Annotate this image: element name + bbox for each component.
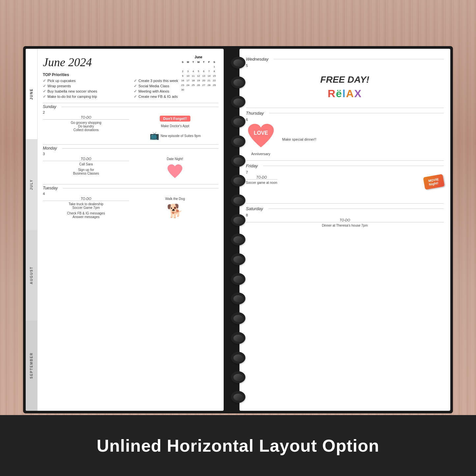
monday-body: TO-DO Call Sara Sign up for Business Cla… xyxy=(43,157,218,180)
sunday-todo-3: Collect donations xyxy=(43,128,129,132)
priority-text-7: Make to-do list for camping trip xyxy=(47,95,97,98)
sunday-note-2: New episode of Suites 9pm xyxy=(161,134,201,138)
saturday-todo: TO-DO Dinner at Theresa's house 7pm xyxy=(246,218,444,227)
free-day-box: FREE DAY! RёlAX xyxy=(246,69,444,105)
bottom-label-bar: Unlined Horizontal Layout Option xyxy=(0,415,476,476)
tuesday-header: Tuesday xyxy=(43,184,218,190)
monday-todo-label: TO-DO xyxy=(43,157,129,161)
check-icon-2: ✓ xyxy=(134,78,137,83)
tab-september[interactable]: SEPTEMBER xyxy=(26,320,37,411)
sunday-notes: Don't Forget!! Make Doctor's Appt 📺 New … xyxy=(132,116,218,140)
relax-l: l xyxy=(343,88,346,99)
saturday-header: Saturday xyxy=(246,206,444,211)
monday-todo-3: Business Classes xyxy=(43,172,129,175)
friday-todo-label: TO-DO xyxy=(246,176,277,180)
spiral-loop-1 xyxy=(231,57,245,69)
spiral-loop-3 xyxy=(231,96,245,108)
spiral-loop-13 xyxy=(231,293,245,304)
check-icon-8: ✓ xyxy=(134,94,137,99)
thursday-header: Thursday xyxy=(246,111,444,116)
notebook: JUNE JULY AUGUST SEPTEMBER June 2024 Jun… xyxy=(23,46,453,413)
wednesday-header: Wednesday xyxy=(246,57,444,62)
right-page: Wednesday 5 FREE DAY! RёlAX Thursday 6 xyxy=(239,49,451,411)
left-page: JUNE JULY AUGUST SEPTEMBER June 2024 Jun… xyxy=(26,49,224,411)
tab-august[interactable]: AUGUST xyxy=(26,230,37,321)
friday-notes: MOVIENight! xyxy=(424,176,444,188)
love-container: LOVE Anniversary xyxy=(246,123,276,156)
spiral-loop-16 xyxy=(231,352,245,364)
thursday-divider xyxy=(269,113,444,113)
spiral-binding xyxy=(230,46,246,413)
monday-header: Monday xyxy=(43,145,218,151)
friday-header: Friday xyxy=(246,163,444,168)
svg-text:LOVE: LOVE xyxy=(254,130,268,136)
friday-todo: TO-DO Soccer game at noon xyxy=(246,176,277,184)
priority-7: ✓ Make to-do list for camping trip xyxy=(43,94,127,99)
relax-r: R xyxy=(328,88,336,99)
tuesday-note-1: Walk the Dog xyxy=(165,197,185,201)
priority-text-5: Buy Isabella new soccer shoes xyxy=(47,89,97,93)
monday-notes: Date Night! xyxy=(132,157,218,180)
monday-todo-2: Sign up for xyxy=(43,168,129,172)
thursday-section: Thursday 6 LOVE Anniversary Make special… xyxy=(246,108,444,161)
priority-1: ✓ Pick up cupcakes xyxy=(43,78,127,83)
anniversary-text: Anniversary xyxy=(251,152,270,156)
priority-5: ✓ Buy Isabella new soccer shoes xyxy=(43,89,127,94)
friday-divider xyxy=(263,166,444,166)
check-icon-6: ✓ xyxy=(134,89,137,94)
spiral-loop-6 xyxy=(231,155,245,167)
love-heart-icon: LOVE xyxy=(246,123,276,149)
monday-todo: TO-DO Call Sara Sign up for Business Cla… xyxy=(43,157,129,180)
sunday-num: 2 xyxy=(43,110,218,114)
thursday-label: Thursday xyxy=(246,111,264,116)
left-page-content: June 2024 June SMTWTFS 1 2345678 9101112… xyxy=(38,49,224,411)
relax-a: A xyxy=(346,88,354,99)
wednesday-num: 5 xyxy=(246,64,444,68)
tuesday-notes: Walk the Dog 🐕 xyxy=(132,197,218,220)
spiral-loop-9 xyxy=(231,214,245,226)
check-icon-4: ✓ xyxy=(134,84,137,88)
saturday-todo-1: Dinner at Theresa's house 7pm xyxy=(246,224,444,227)
friday-label: Friday xyxy=(246,163,258,168)
spiral-loop-14 xyxy=(231,312,245,324)
saturday-divider xyxy=(268,209,444,209)
monday-label: Monday xyxy=(43,146,57,151)
priority-text-1: Pick up cupcakes xyxy=(47,79,76,83)
tuesday-todo-3: Check FB & IG messages xyxy=(43,211,129,215)
priority-text-8: Create new FB & IG ads xyxy=(138,95,178,98)
sunday-label: Sunday xyxy=(43,104,56,109)
check-icon-7: ✓ xyxy=(43,94,46,99)
friday-body: TO-DO Soccer game at noon MOVIENight! xyxy=(246,176,444,188)
dog-icon: 🐕 xyxy=(167,203,183,219)
tab-july[interactable]: JULY xyxy=(26,139,37,230)
monday-divider xyxy=(62,148,218,149)
saturday-todo-label: TO-DO xyxy=(246,218,444,222)
spiral-loop-8 xyxy=(231,194,245,206)
sunday-divider xyxy=(62,107,218,107)
priority-text-3: Wrap presents xyxy=(47,84,71,88)
check-icon-5: ✓ xyxy=(43,89,46,94)
free-day-text: FREE DAY! xyxy=(320,74,369,85)
tuesday-todo-4: Answer messages xyxy=(43,215,129,219)
tab-june[interactable]: JUNE xyxy=(26,49,37,139)
spiral-loop-12 xyxy=(231,273,245,285)
spiral-loop-5 xyxy=(231,135,245,147)
thursday-body: LOVE Anniversary Make special dinner!! xyxy=(246,123,444,156)
friday-num: 7 xyxy=(246,170,444,174)
sunday-header: Sunday xyxy=(43,103,218,109)
tuesday-todo: TO-DO Take truck to dealership Soccer Ga… xyxy=(43,197,129,220)
sunday-note-1: Make Doctor's Appt xyxy=(161,124,189,128)
relax-e: ё xyxy=(336,88,343,99)
tuesday-section: Tuesday 4 TO-DO Take truck to dealership… xyxy=(43,184,218,220)
check-icon-1: ✓ xyxy=(43,78,46,83)
monday-num: 3 xyxy=(43,152,218,156)
tuesday-divider xyxy=(63,188,218,188)
movie-ticket-icon: MOVIENight! xyxy=(423,174,445,190)
spiral-loop-10 xyxy=(231,234,245,245)
wednesday-label: Wednesday xyxy=(246,57,268,62)
background: JUNE JULY AUGUST SEPTEMBER June 2024 Jun… xyxy=(0,0,476,476)
priority-text-6: Meeting with Alexis xyxy=(138,89,169,93)
spiral-loop-7 xyxy=(231,175,245,186)
spiral-loop-17 xyxy=(231,371,245,383)
monday-section: Monday 3 TO-DO Call Sara Sign up for Bus… xyxy=(43,144,218,180)
